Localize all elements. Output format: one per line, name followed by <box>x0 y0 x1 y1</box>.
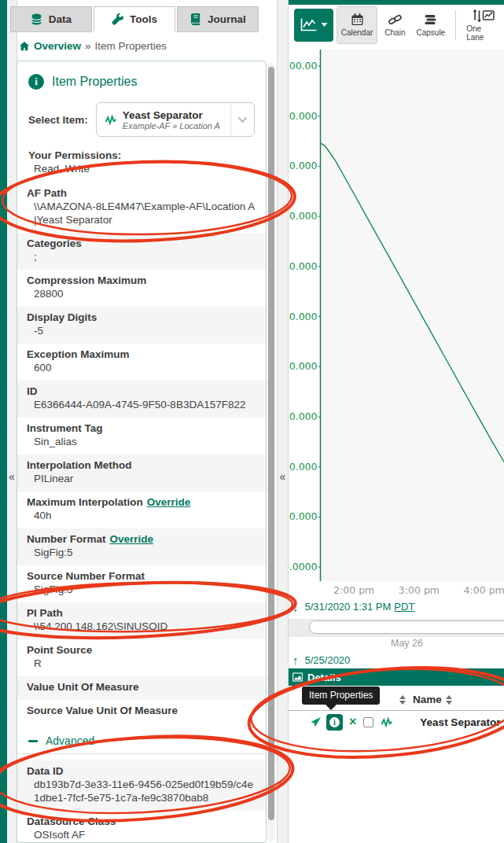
details-item-row: i × Yeast Separator <box>289 712 504 732</box>
panel-scrollbar <box>267 63 275 841</box>
y-tick-label: 80.000 <box>289 160 318 171</box>
override-link[interactable]: Override <box>110 533 154 545</box>
property-row-interpolation-method: Interpolation Method PILinear <box>17 455 266 491</box>
capsule-button-label: Capsule <box>416 28 445 37</box>
calendar-button-label: Calendar <box>341 28 373 37</box>
range-end-row: ↓ 5/31/2020 1:31 PMPDT <box>292 600 414 613</box>
caret-down-icon <box>321 22 328 28</box>
y-tick-label: 20.000 <box>289 461 318 473</box>
collapse-minus-icon <box>28 740 38 742</box>
range-start-link[interactable]: 5/25/2020 <box>305 654 351 666</box>
wrench-icon <box>112 13 123 25</box>
tab-journal-label: Journal <box>208 13 246 25</box>
property-list: AF Path \\AMAZONA-8LE4M47\Example-AF\Loc… <box>17 182 266 723</box>
collapse-left-icon[interactable]: « <box>7 470 17 483</box>
item-checkbox[interactable] <box>363 717 373 727</box>
one-lane-button-label: One Lane <box>466 24 500 42</box>
tab-tools-label: Tools <box>130 13 157 25</box>
book-icon <box>189 13 201 25</box>
timezone-link[interactable]: PDT <box>394 601 414 613</box>
property-row-compression-maximum: Compression Maximum 28800 <box>17 270 266 307</box>
property-row-exception-maximum: Exception Maximum 600 <box>17 344 266 381</box>
toolbar-divider <box>455 10 456 40</box>
property-row-pi-path: PI Path \\54.200.148.162\SINUSOID <box>17 602 266 639</box>
breadcrumb-current: Item Properties <box>95 40 167 52</box>
capsule-time-button[interactable]: Capsule <box>412 6 449 44</box>
item-name: Yeast Separator <box>420 716 500 728</box>
panel-title: Item Properties <box>52 75 137 89</box>
panel-tabbar: Data Tools Journal <box>10 6 259 32</box>
property-row-display-digits: Display Digits -5 <box>17 307 266 344</box>
remove-item-icon[interactable]: × <box>349 716 356 728</box>
info-circle-icon: i <box>28 74 44 90</box>
y-tick-label: 40.000 <box>289 360 318 372</box>
collapse-panel-icon[interactable]: « <box>278 470 288 483</box>
property-row-number-format: Number FormatOverride SigFig:5 <box>17 528 266 565</box>
signal-icon <box>105 114 117 126</box>
tooltip-arrow <box>326 705 337 710</box>
details-pane-title: Details <box>307 672 341 683</box>
chain-view-button[interactable]: Chain <box>381 6 409 44</box>
panel-header: i Item Properties <box>17 61 266 90</box>
range-end-link[interactable]: 5/31/2020 1:31 PMPDT <box>305 601 415 613</box>
trend-chart[interactable]: 100.0090.00080.00070.00060.00050.00040.0… <box>289 45 504 595</box>
y-tick-label: 70.000 <box>289 210 318 222</box>
property-row-instrument-tag: Instrument Tag Sin_alias <box>17 418 266 455</box>
time-slider-handle[interactable] <box>309 620 504 634</box>
property-row-value-unit-of-measure: Value Unit Of Measure <box>17 676 266 700</box>
chain-icon <box>388 13 403 27</box>
advanced-property-list: Data ID db193b7d-3e33-11e6-9456-025ed0f1… <box>17 760 266 843</box>
breadcrumb: Overview » Item Properties <box>19 40 167 52</box>
breadcrumb-overview-link[interactable]: Overview <box>34 40 81 52</box>
tab-data[interactable]: Data <box>10 6 92 32</box>
permissions-block: Your Permissions: Read, Write <box>17 137 266 178</box>
sort-asc-icon[interactable] <box>399 695 406 705</box>
arrow-down-icon: ↓ <box>292 600 299 613</box>
advanced-section-toggle[interactable]: Advanced <box>17 723 266 752</box>
tab-tools[interactable]: Tools <box>94 6 175 32</box>
one-lane-button[interactable]: One Lane <box>462 6 504 44</box>
tab-journal[interactable]: Journal <box>177 6 259 32</box>
x-tick-label: 4:00 pm <box>464 584 504 595</box>
view-mode-button[interactable] <box>294 9 333 42</box>
item-select-dropdown[interactable]: Yeast Separator Example-AF » Location A <box>96 102 255 137</box>
chain-button-label: Chain <box>384 28 405 37</box>
name-column-header[interactable]: Name <box>413 694 442 705</box>
details-pane-header: Details <box>289 668 504 686</box>
calendar-range-button[interactable]: Calendar <box>337 6 378 44</box>
item-properties-tooltip: Item Properties <box>302 687 380 705</box>
details-pane-body: × Name Item Properties i × Yeast Separat… <box>289 686 504 843</box>
y-tick-label: 10.000 <box>289 510 318 522</box>
advanced-divider <box>17 753 266 754</box>
middle-collapse-strip[interactable]: « <box>277 0 289 843</box>
time-slider-track <box>289 619 504 637</box>
arrow-up-icon: ↑ <box>292 653 299 667</box>
one-lane-icon <box>472 9 495 23</box>
tab-data-label: Data <box>49 13 72 25</box>
plot-area[interactable] <box>321 50 504 581</box>
lane-chart-icon <box>292 672 303 682</box>
property-row-categories: Categories ; <box>17 233 266 270</box>
x-tick-label: 2:00 pm <box>333 584 374 595</box>
trend-chart-icon <box>300 17 318 33</box>
panel-scrollbar-thumb[interactable] <box>268 67 274 820</box>
y-tick-label: 100.00 <box>289 60 318 72</box>
property-row-maximum-interpolation: Maximum InterpolationOverride 40h <box>17 491 266 528</box>
breadcrumb-separator: » <box>85 40 91 52</box>
sort-desc-icon[interactable] <box>446 695 452 705</box>
home-icon[interactable] <box>19 41 30 52</box>
property-row-source-number-format: Source Number Format SigFig:5 <box>17 565 266 602</box>
database-icon <box>31 13 42 25</box>
override-link[interactable]: Override <box>147 496 191 508</box>
selected-item-path: Example-AF » Location A <box>123 121 220 131</box>
advanced-label: Advanced <box>46 734 94 747</box>
pin-icon[interactable] <box>310 716 322 728</box>
property-row-data-id: Data ID db193b7d-3e33-11e6-9456-025ed0f1… <box>17 760 266 811</box>
property-row-datasource-class: Datasource Class OSIsoft AF <box>17 811 266 843</box>
display-toolbar: Calendar Chain Capsule <box>289 5 504 45</box>
property-row-point-source: Point Source R <box>17 639 266 676</box>
property-row-id: ID E6366444-A09A-4745-9F50-8B3DA157F822 <box>17 381 266 418</box>
item-properties-button[interactable]: i <box>326 714 343 731</box>
signal-icon <box>381 716 393 728</box>
chevron-down-icon[interactable] <box>230 103 254 136</box>
